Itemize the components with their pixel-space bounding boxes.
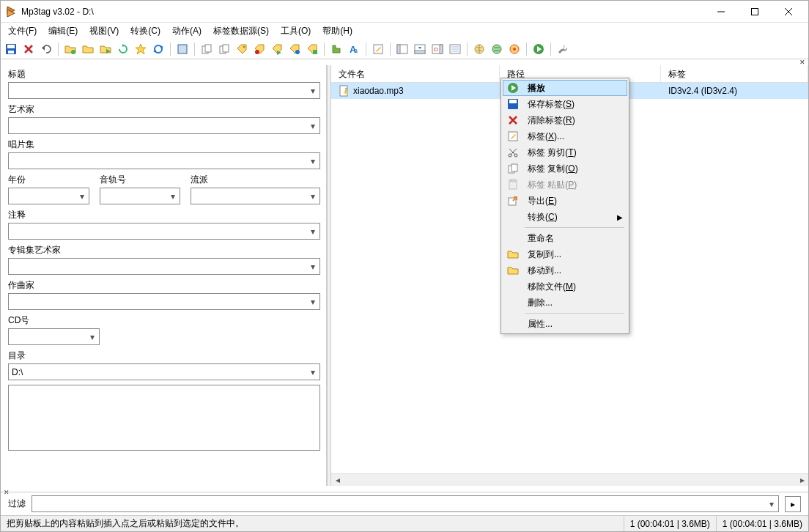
ctx-tags[interactable]: 标签(X)... [503,128,627,144]
svg-marker-11 [42,46,45,51]
edit-icon[interactable] [370,41,386,57]
ctx-moveto[interactable]: 移动到... [503,262,627,278]
label-cd: CD号 [8,314,320,327]
h-scrollbar[interactable]: ◂ ▸ [331,473,808,486]
svg-point-12 [71,50,75,54]
action2-icon[interactable]: Aa [346,41,362,57]
globe2-icon[interactable] [489,41,505,57]
svg-text:D: D [434,46,438,53]
svg-marker-15 [136,44,146,54]
input-cd[interactable] [8,328,100,345]
tag2-icon[interactable] [251,41,267,57]
scroll-right-icon[interactable]: ▸ [796,474,808,487]
menu-edit[interactable]: 编辑(E) [43,23,84,39]
ctx-save-tag[interactable]: 保存标签(S) [503,96,627,112]
input-comment[interactable] [8,223,320,240]
col-tag[interactable]: 标签 [661,65,808,82]
submenu-arrow-icon: ▶ [617,213,623,221]
wrench-icon[interactable] [555,41,571,57]
reload-icon[interactable] [150,41,166,57]
field-cd: CD号 ▾ [8,314,320,345]
folder-play-icon[interactable] [97,41,114,57]
blank-icon [506,297,520,309]
status-bar: 把剪贴板上的内容粘贴到插入点之后或粘贴到选定的文件中。 1 (00:04:01 … [1,515,808,531]
panel-grip-top[interactable]: ✕ [1,59,808,65]
filter-go-button[interactable]: ▸ [785,496,801,512]
toolbar-sep [526,43,527,56]
close-button[interactable] [772,1,805,23]
ctx-copy[interactable]: 标签 复制(O) [503,160,627,177]
star-icon[interactable] [133,41,149,57]
tag3-icon[interactable] [269,41,285,57]
input-album[interactable] [8,152,320,169]
ctx-cut[interactable]: 标签 剪切(T) [503,144,627,160]
svg-rect-64 [511,164,517,171]
coverart-box[interactable] [8,385,320,451]
input-directory[interactable] [8,363,320,380]
menu-help[interactable]: 帮助(H) [317,23,358,39]
title-bar: Mp3tag v3.02 - D:\ [1,1,808,23]
ctx-copyto[interactable]: 复制到... [503,246,627,262]
ctx-play[interactable]: 播放 [503,80,627,96]
copy2-icon[interactable] [216,41,232,57]
delete-icon [506,114,520,126]
save-icon[interactable] [3,41,19,57]
panel2-icon[interactable] [412,41,428,57]
filter-bar: 过滤 ▾ ▸ [1,492,808,515]
ctx-remove-tag[interactable]: 清除标签(R) [503,112,627,128]
refresh-icon[interactable] [115,41,131,57]
copy1-icon[interactable] [199,41,215,57]
svg-rect-43 [451,51,459,52]
play-icon[interactable] [531,41,547,57]
globe3-icon[interactable] [506,41,522,57]
panel1-icon[interactable] [394,41,410,57]
menu-view[interactable]: 视图(V) [84,23,125,39]
ctx-rename[interactable]: 重命名 [503,230,627,246]
undo-icon[interactable] [38,41,54,57]
menu-tools[interactable]: 工具(O) [275,23,317,39]
globe1-icon[interactable] [471,41,487,57]
menu-file[interactable]: 文件(F) [2,23,43,39]
input-year[interactable] [8,188,89,204]
scroll-left-icon[interactable]: ◂ [331,474,344,487]
ctx-properties[interactable]: 属性... [503,316,627,332]
col-filename[interactable]: 文件名 [331,65,500,82]
ctx-export[interactable]: 导出(E) [503,193,627,209]
label-directory: 目录 [8,350,320,362]
select-all-icon[interactable] [174,41,191,57]
folder-open-icon[interactable] [62,41,78,57]
svg-rect-8 [8,51,14,53]
delete-icon[interactable] [21,41,37,57]
minimize-button[interactable] [704,1,738,23]
tag1-icon[interactable] [234,41,250,57]
tag5-icon[interactable] [304,41,320,57]
panel3-icon[interactable]: D [429,41,446,57]
input-track[interactable] [100,188,181,204]
scissors-icon [506,147,520,158]
ctx-separator [525,313,624,314]
toolbar-sep [324,43,325,56]
menu-convert[interactable]: 转换(C) [125,23,166,39]
label-track: 音轨号 [100,174,181,186]
cell-filename: xiaodao.mp3 [331,85,500,97]
svg-point-26 [295,50,300,54]
app-icon [5,6,17,18]
input-composer[interactable] [8,293,320,310]
menu-actions[interactable]: 动作(A) [166,23,207,39]
folder-add-icon[interactable] [80,41,96,57]
maximize-button[interactable] [738,1,772,23]
input-artist[interactable] [8,117,320,134]
panel4-icon[interactable] [447,41,463,57]
action1-icon[interactable] [328,41,344,57]
blank-icon [506,211,520,223]
input-albumartist[interactable] [8,258,320,275]
menu-tagsources[interactable]: 标签数据源(S) [207,23,275,39]
ctx-convert[interactable]: 转换(C) ▶ [503,209,627,225]
filter-input[interactable] [32,495,779,512]
panel-grip-bottom[interactable]: ✕ [1,486,808,492]
ctx-remove-file[interactable]: 移除文件(M) [503,278,627,295]
tag4-icon[interactable] [287,41,303,57]
input-genre[interactable] [191,188,320,204]
input-title[interactable] [8,82,320,99]
ctx-delete[interactable]: 删除... [503,295,627,311]
